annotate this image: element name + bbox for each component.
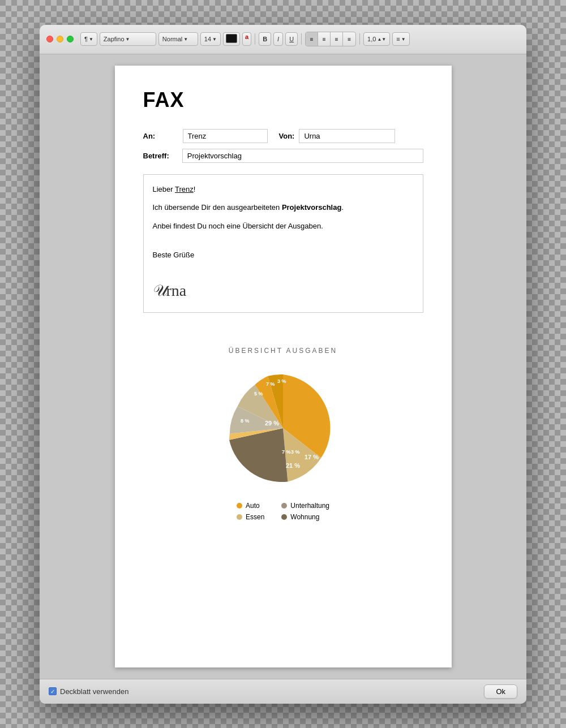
minimize-button[interactable] bbox=[57, 36, 63, 42]
essen-label: 17 % bbox=[305, 454, 319, 460]
font-name-label: Zapfino bbox=[104, 36, 125, 42]
an-label: An: bbox=[143, 132, 183, 140]
letter-body: Lieber Trenz! Ich übersende Dir den ausg… bbox=[143, 174, 423, 313]
font-arrow-icon: ▼ bbox=[126, 37, 130, 42]
bold-icon: B bbox=[263, 36, 267, 42]
pie-chart-container: 29 % 17 % 21 % 7 % 3 % 8 % 5 % 7 % 3 % bbox=[143, 366, 423, 521]
legend-dot-essen bbox=[237, 514, 242, 520]
line-spacing-label: 1,0 bbox=[367, 36, 376, 42]
cat9-label: 3 % bbox=[291, 449, 300, 455]
paragraph-button[interactable]: ¶ ▼ bbox=[80, 32, 97, 46]
cat8-label: 7 % bbox=[282, 449, 291, 455]
align-left-button[interactable]: ≡ bbox=[306, 32, 318, 46]
legend-dot-auto bbox=[237, 503, 242, 509]
chart-section: ÜBERSICHT AUSGABEN bbox=[143, 347, 423, 521]
betreff-label: Betreff: bbox=[143, 152, 182, 160]
legend-label-auto: Auto bbox=[246, 502, 260, 510]
legend-item-unterhaltung: Unterhaltung bbox=[281, 502, 329, 510]
paragraph-icon: ¶ bbox=[84, 36, 88, 42]
legend-item-auto: Auto bbox=[237, 502, 264, 510]
font-style-label: Normal bbox=[162, 36, 182, 42]
signature: 𝒰rna bbox=[153, 278, 414, 304]
align-justify-button[interactable]: ≡ bbox=[343, 32, 355, 46]
font-color-a-icon: a bbox=[245, 34, 248, 40]
legend-label-essen: Essen bbox=[246, 513, 264, 521]
titlebar: ¶ ▼ Zapfino ▼ Normal ▼ 14 ▼ a bbox=[40, 25, 526, 54]
align-right-icon: ≡ bbox=[335, 36, 338, 42]
separator-3 bbox=[359, 33, 360, 45]
separator-2 bbox=[301, 33, 302, 45]
ok-button[interactable]: Ok bbox=[484, 684, 517, 699]
align-left-icon: ≡ bbox=[310, 36, 314, 42]
document: FAX An: Von: Betreff: Lieber Trenz! bbox=[115, 66, 452, 667]
content-area: FAX An: Von: Betreff: Lieber Trenz! bbox=[40, 54, 526, 679]
italic-icon: I bbox=[277, 36, 279, 42]
chart-title: ÜBERSICHT AUSGABEN bbox=[143, 347, 423, 355]
deckblatt-checkbox[interactable]: ✓ bbox=[49, 687, 57, 695]
legend-item-essen: Essen bbox=[237, 513, 264, 521]
list-arrow-icon: ▼ bbox=[401, 37, 406, 42]
recipient-name: Trenz bbox=[175, 185, 194, 193]
letter-paragraph-2: Anbei findest Du noch eine Übersicht der… bbox=[153, 221, 414, 232]
list-button[interactable]: ≡ ▼ bbox=[392, 32, 409, 46]
align-justify-icon: ≡ bbox=[348, 36, 351, 42]
close-button[interactable] bbox=[46, 36, 53, 42]
betreff-input[interactable] bbox=[182, 149, 423, 163]
alignment-group: ≡ ≡ ≡ ≡ bbox=[305, 32, 356, 46]
font-style-button[interactable]: Normal ▼ bbox=[158, 32, 198, 46]
letter-paragraph-1: Ich übersende Dir den ausgearbeiteten Pr… bbox=[153, 202, 414, 214]
fax-fields: An: Von: Betreff: bbox=[143, 129, 423, 163]
bottom-bar: ✓ Deckblatt verwenden Ok bbox=[40, 679, 526, 704]
main-window: ¶ ▼ Zapfino ▼ Normal ▼ 14 ▼ a bbox=[40, 25, 526, 704]
legend-label-wohnung: Wohnung bbox=[290, 513, 319, 521]
text-color-button[interactable] bbox=[223, 32, 240, 46]
cat5-label: 5 % bbox=[254, 391, 263, 397]
letter-closing: Beste Grüße bbox=[153, 249, 414, 261]
align-right-button[interactable]: ≡ bbox=[331, 32, 343, 46]
auto-label: 29 % bbox=[265, 420, 279, 427]
fax-betreff-row: Betreff: bbox=[143, 149, 423, 163]
separator-1 bbox=[255, 33, 255, 45]
bold-button[interactable]: B bbox=[259, 32, 271, 46]
italic-button[interactable]: I bbox=[273, 32, 283, 46]
von-input[interactable] bbox=[299, 129, 395, 143]
wohnung-label: 8 % bbox=[241, 418, 250, 424]
color-swatch bbox=[226, 34, 237, 43]
unterhaltung-label: 21 % bbox=[286, 462, 300, 469]
spacing-arrow-icon: ▲▼ bbox=[377, 37, 386, 42]
chart-legend: Auto Essen Unterhaltung bbox=[237, 502, 329, 521]
deckblatt-label: Deckblatt verwenden bbox=[60, 687, 128, 696]
traffic-lights bbox=[46, 36, 74, 42]
underline-icon: U bbox=[289, 36, 294, 42]
cat7-label: 3 % bbox=[277, 378, 286, 384]
document-title: FAX bbox=[143, 88, 423, 112]
pie-chart: 29 % 17 % 21 % 7 % 3 % 8 % 5 % 7 % 3 % bbox=[221, 366, 345, 490]
list-icon: ≡ bbox=[396, 36, 400, 42]
cat6-label: 7 % bbox=[266, 381, 275, 387]
underline-button[interactable]: U bbox=[285, 32, 298, 46]
maximize-button[interactable] bbox=[67, 36, 74, 42]
von-label: Von: bbox=[279, 132, 295, 140]
line-spacing-button[interactable]: 1,0 ▲▼ bbox=[363, 32, 390, 46]
legend-col-2: Unterhaltung Wohnung bbox=[281, 502, 329, 521]
size-arrow-icon: ▼ bbox=[212, 37, 217, 42]
font-size-button[interactable]: 14 ▼ bbox=[200, 32, 221, 46]
legend-dot-wohnung bbox=[281, 514, 287, 520]
legend-label-unterhaltung: Unterhaltung bbox=[290, 502, 329, 510]
paragraph-arrow-icon: ▼ bbox=[89, 37, 93, 42]
fax-an-row: An: Von: bbox=[143, 129, 423, 143]
align-center-button[interactable]: ≡ bbox=[318, 32, 331, 46]
an-input[interactable] bbox=[183, 129, 268, 143]
bold-word: Projektvorschlag bbox=[282, 203, 342, 212]
align-center-icon: ≡ bbox=[323, 36, 326, 42]
font-size-label: 14 bbox=[204, 36, 211, 42]
font-name-button[interactable]: Zapfino ▼ bbox=[100, 32, 156, 46]
font-color-button[interactable]: a bbox=[242, 32, 251, 46]
legend-item-wohnung: Wohnung bbox=[281, 513, 329, 521]
legend-dot-unterhaltung bbox=[281, 503, 287, 509]
legend-col-1: Auto Essen bbox=[237, 502, 264, 521]
letter-greeting: Lieber Trenz! bbox=[153, 184, 414, 196]
style-arrow-icon: ▼ bbox=[183, 37, 188, 42]
deckblatt-area: ✓ Deckblatt verwenden bbox=[49, 687, 128, 696]
